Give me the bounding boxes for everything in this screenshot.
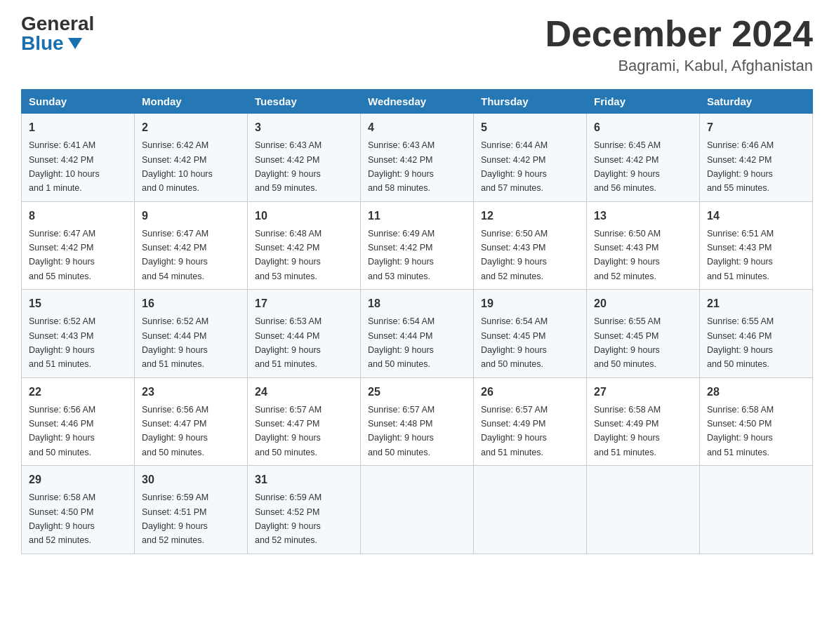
calendar-cell: 12Sunrise: 6:50 AMSunset: 4:43 PMDayligh… [474,201,587,290]
day-info: Sunrise: 6:46 AMSunset: 4:42 PMDaylight:… [707,140,774,193]
calendar-week-2: 8Sunrise: 6:47 AMSunset: 4:42 PMDaylight… [22,201,813,290]
col-thursday: Thursday [474,90,587,114]
day-info: Sunrise: 6:57 AMSunset: 4:48 PMDaylight:… [368,405,435,457]
day-info: Sunrise: 6:55 AMSunset: 4:45 PMDaylight:… [594,316,661,369]
logo-triangle-icon [68,38,82,49]
calendar-header-row: Sunday Monday Tuesday Wednesday Thursday… [22,90,813,114]
day-number: 5 [481,119,579,136]
calendar-cell: 16Sunrise: 6:52 AMSunset: 4:44 PMDayligh… [135,290,248,378]
day-number: 9 [142,208,240,224]
calendar-cell: 13Sunrise: 6:50 AMSunset: 4:43 PMDayligh… [587,201,700,290]
day-number: 28 [707,384,805,401]
calendar-cell: 14Sunrise: 6:51 AMSunset: 4:43 PMDayligh… [700,201,813,290]
day-info: Sunrise: 6:41 AMSunset: 4:42 PMDaylight:… [29,140,100,193]
calendar-cell: 20Sunrise: 6:55 AMSunset: 4:45 PMDayligh… [587,290,700,378]
day-number: 11 [368,208,466,224]
day-info: Sunrise: 6:45 AMSunset: 4:42 PMDaylight:… [594,140,661,193]
calendar-cell [700,466,813,554]
calendar-cell: 6Sunrise: 6:45 AMSunset: 4:42 PMDaylight… [587,114,700,202]
calendar-cell: 28Sunrise: 6:58 AMSunset: 4:50 PMDayligh… [700,377,813,466]
day-number: 22 [29,384,127,401]
day-number: 1 [29,119,127,136]
logo-blue-text: Blue [21,34,82,53]
calendar-cell: 17Sunrise: 6:53 AMSunset: 4:44 PMDayligh… [248,290,361,378]
calendar-cell: 7Sunrise: 6:46 AMSunset: 4:42 PMDaylight… [700,114,813,202]
col-wednesday: Wednesday [361,90,474,114]
day-number: 26 [481,384,579,401]
calendar-week-5: 29Sunrise: 6:58 AMSunset: 4:50 PMDayligh… [22,466,813,554]
day-info: Sunrise: 6:58 AMSunset: 4:50 PMDaylight:… [707,405,774,457]
day-info: Sunrise: 6:51 AMSunset: 4:43 PMDaylight:… [707,229,774,281]
day-info: Sunrise: 6:47 AMSunset: 4:42 PMDaylight:… [29,229,95,281]
day-info: Sunrise: 6:56 AMSunset: 4:46 PMDaylight:… [29,405,95,457]
calendar-cell: 10Sunrise: 6:48 AMSunset: 4:42 PMDayligh… [248,201,361,290]
calendar-cell: 11Sunrise: 6:49 AMSunset: 4:42 PMDayligh… [361,201,474,290]
day-number: 31 [255,471,353,488]
day-info: Sunrise: 6:50 AMSunset: 4:43 PMDaylight:… [594,229,661,281]
day-number: 7 [707,119,805,136]
calendar-cell: 1Sunrise: 6:41 AMSunset: 4:42 PMDaylight… [22,114,135,202]
calendar-cell: 2Sunrise: 6:42 AMSunset: 4:42 PMDaylight… [135,114,248,202]
day-info: Sunrise: 6:56 AMSunset: 4:47 PMDaylight:… [142,405,208,457]
day-info: Sunrise: 6:59 AMSunset: 4:52 PMDaylight:… [255,492,322,545]
month-title: December 2024 [545,14,813,54]
day-info: Sunrise: 6:58 AMSunset: 4:49 PMDaylight:… [594,405,661,457]
day-number: 29 [29,471,127,488]
title-area: December 2024 Bagrami, Kabul, Afghanista… [545,14,813,75]
day-number: 27 [594,384,692,401]
calendar-cell: 5Sunrise: 6:44 AMSunset: 4:42 PMDaylight… [474,114,587,202]
day-info: Sunrise: 6:43 AMSunset: 4:42 PMDaylight:… [255,140,322,193]
day-number: 24 [255,384,353,401]
logo-general-text: General [21,14,94,34]
col-saturday: Saturday [700,90,813,114]
day-number: 21 [707,295,805,312]
col-sunday: Sunday [22,90,135,114]
calendar-cell: 15Sunrise: 6:52 AMSunset: 4:43 PMDayligh… [22,290,135,378]
day-number: 30 [142,471,240,488]
day-info: Sunrise: 6:57 AMSunset: 4:49 PMDaylight:… [481,405,548,457]
col-monday: Monday [135,90,248,114]
calendar-cell: 23Sunrise: 6:56 AMSunset: 4:47 PMDayligh… [135,377,248,466]
day-number: 6 [594,119,692,136]
calendar-cell: 9Sunrise: 6:47 AMSunset: 4:42 PMDaylight… [135,201,248,290]
day-info: Sunrise: 6:54 AMSunset: 4:44 PMDaylight:… [368,316,435,369]
calendar-cell: 26Sunrise: 6:57 AMSunset: 4:49 PMDayligh… [474,377,587,466]
calendar-cell: 29Sunrise: 6:58 AMSunset: 4:50 PMDayligh… [22,466,135,554]
calendar-cell: 8Sunrise: 6:47 AMSunset: 4:42 PMDaylight… [22,201,135,290]
calendar-cell [587,466,700,554]
day-number: 13 [594,208,692,224]
calendar-cell: 18Sunrise: 6:54 AMSunset: 4:44 PMDayligh… [361,290,474,378]
calendar-cell: 25Sunrise: 6:57 AMSunset: 4:48 PMDayligh… [361,377,474,466]
calendar-cell: 19Sunrise: 6:54 AMSunset: 4:45 PMDayligh… [474,290,587,378]
day-number: 14 [707,208,805,224]
calendar-cell [361,466,474,554]
calendar-cell: 3Sunrise: 6:43 AMSunset: 4:42 PMDaylight… [248,114,361,202]
day-number: 8 [29,208,127,224]
day-info: Sunrise: 6:44 AMSunset: 4:42 PMDaylight:… [481,140,548,193]
calendar-table: Sunday Monday Tuesday Wednesday Thursday… [21,89,813,554]
day-info: Sunrise: 6:50 AMSunset: 4:43 PMDaylight:… [481,229,548,281]
col-friday: Friday [587,90,700,114]
day-info: Sunrise: 6:59 AMSunset: 4:51 PMDaylight:… [142,492,208,545]
calendar-cell [474,466,587,554]
day-number: 18 [368,295,466,312]
day-info: Sunrise: 6:48 AMSunset: 4:42 PMDaylight:… [255,229,322,281]
calendar-cell: 21Sunrise: 6:55 AMSunset: 4:46 PMDayligh… [700,290,813,378]
location-subtitle: Bagrami, Kabul, Afghanistan [545,57,813,75]
day-info: Sunrise: 6:57 AMSunset: 4:47 PMDaylight:… [255,405,322,457]
day-info: Sunrise: 6:55 AMSunset: 4:46 PMDaylight:… [707,316,774,369]
day-info: Sunrise: 6:42 AMSunset: 4:42 PMDaylight:… [142,140,213,193]
calendar-cell: 30Sunrise: 6:59 AMSunset: 4:51 PMDayligh… [135,466,248,554]
day-info: Sunrise: 6:52 AMSunset: 4:44 PMDaylight:… [142,316,208,369]
day-number: 16 [142,295,240,312]
day-info: Sunrise: 6:53 AMSunset: 4:44 PMDaylight:… [255,316,322,369]
day-number: 20 [594,295,692,312]
day-info: Sunrise: 6:58 AMSunset: 4:50 PMDaylight:… [29,492,95,545]
col-tuesday: Tuesday [248,90,361,114]
calendar-cell: 31Sunrise: 6:59 AMSunset: 4:52 PMDayligh… [248,466,361,554]
calendar-week-3: 15Sunrise: 6:52 AMSunset: 4:43 PMDayligh… [22,290,813,378]
day-number: 25 [368,384,466,401]
day-info: Sunrise: 6:54 AMSunset: 4:45 PMDaylight:… [481,316,548,369]
day-number: 19 [481,295,579,312]
day-info: Sunrise: 6:52 AMSunset: 4:43 PMDaylight:… [29,316,95,369]
